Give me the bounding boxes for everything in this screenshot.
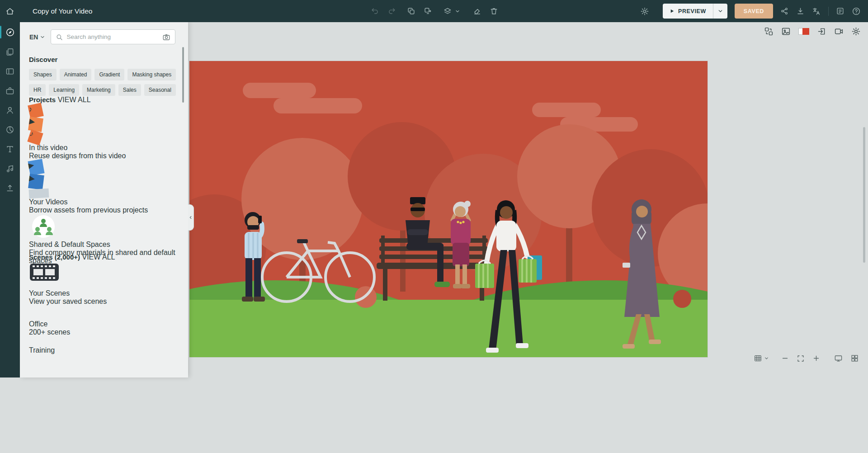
grid-table-icon [754,354,762,363]
panel-search-row: EN [20,22,188,44]
tag-chip[interactable]: Gradient [94,69,124,80]
topbar-edit-tools [371,0,498,22]
grid-view-icon[interactable] [850,354,859,363]
zoom-out-icon[interactable] [781,354,789,362]
card-your-videos[interactable]: ▶ ▶ Your Videos Borrow assets from previ… [29,160,177,214]
share-icon[interactable] [780,7,789,15]
audio-icon[interactable] [5,164,14,173]
card-title: Office [29,320,177,328]
scenes-view-all-link[interactable]: VIEW ALL [82,253,115,261]
gear-icon[interactable] [640,7,649,16]
card-title: Training [29,346,177,354]
preview-button[interactable]: PREVIEW [663,4,713,19]
zoom-in-icon[interactable] [812,354,820,362]
saved-button[interactable]: SAVED [735,4,773,19]
card-your-scenes[interactable]: Your Scenes View your saved scenes [29,261,177,300]
scenes-icon[interactable] [5,67,14,76]
card-title: Your Scenes [29,289,177,297]
topbar-right-actions: PREVIEW SAVED [640,4,868,19]
scenes-count: (2,000+) [55,253,80,261]
scenes-heading: Scenes (2,000+) [29,253,80,261]
projects-view-all-link[interactable]: VIEW ALL [58,96,91,104]
character-icon[interactable] [5,106,14,115]
templates-icon[interactable] [5,47,14,57]
redo-icon[interactable] [387,7,396,15]
tag-chip[interactable]: Learning [49,84,79,96]
your-scenes-art [29,261,177,285]
color-swatch[interactable] [798,28,809,36]
in-this-video-art: ♪ ▶ ♪ [29,104,177,144]
card-title: Shared & Default Spaces [29,241,177,249]
text-icon[interactable] [5,145,14,154]
team-icon [29,214,58,239]
chevron-down-icon [40,34,45,40]
tag-chip[interactable]: Marketing [82,84,115,96]
home-button[interactable] [0,7,20,16]
translate-icon[interactable] [812,7,821,16]
tag-chip[interactable]: Sales [118,84,141,96]
language-selector[interactable]: EN [29,33,45,41]
chevron-down-icon [764,356,769,361]
magic-eraser-icon[interactable] [473,7,481,15]
play-icon [670,9,675,14]
undo-icon[interactable] [371,7,379,15]
panel-collapse-button[interactable] [188,204,194,231]
card-subtitle: Borrow assets from previous projects [29,206,177,214]
workspace-vertical-scrollbar[interactable] [863,127,865,263]
canvas-toolbar [764,27,861,36]
language-label: EN [29,33,38,41]
tag-chip[interactable]: Animated [60,69,92,80]
card-in-this-video[interactable]: ♪ ▶ ♪ In this video Reuse designs from t… [29,104,177,160]
download-icon[interactable] [796,7,805,15]
tag-chip[interactable]: HR [29,84,46,96]
discover-compass-icon[interactable] [5,28,15,37]
chevron-left-icon [189,215,193,220]
shared-spaces-art [29,214,177,241]
card-subtitle: 200+ scenes [29,328,177,336]
canvas-view-controls [754,354,859,363]
screen-view-icon[interactable] [834,354,843,363]
home-icon [5,7,14,16]
discover-section: Discover Shapes Animated Gradient Maskin… [20,56,188,354]
image-icon[interactable] [781,27,791,36]
discover-heading: Discover [29,56,177,63]
chart-icon[interactable] [5,125,14,134]
panel-scrollbar[interactable] [182,47,184,103]
tag-chip[interactable]: Shapes [29,69,57,80]
park-scene-illustration [189,61,708,357]
filmstrip-icon [29,261,60,283]
grid-toggle-group[interactable] [754,354,769,363]
tag-chip[interactable]: Seasonal [144,84,176,96]
props-icon[interactable] [5,86,14,95]
help-icon[interactable] [852,7,861,16]
card-shared-spaces[interactable]: Shared & Default Spaces Find company mat… [29,214,177,253]
layers-chevron-down-icon[interactable] [455,9,460,14]
card-training-scenes[interactable]: Training [29,346,177,354]
topbar-divider [828,7,829,16]
tag-chip[interactable]: Masking shapes [127,69,176,80]
card-title: In this video [29,144,177,152]
search-input[interactable] [66,33,159,40]
fit-frame-icon[interactable] [797,354,805,363]
card-title: Your Videos [29,198,177,206]
camera-search-icon[interactable] [162,33,170,41]
left-toolbar-rail [0,22,20,378]
trash-icon[interactable] [490,7,498,15]
copy-icon[interactable] [407,7,415,15]
canvas-gear-icon[interactable] [851,27,861,36]
replace-icon[interactable] [764,27,774,36]
upload-icon[interactable] [5,184,14,193]
document-title: Copy of Your Video [33,7,92,15]
video-camera-icon[interactable] [834,27,844,36]
preview-options-button[interactable] [713,4,727,19]
preview-label: PREVIEW [678,8,706,14]
card-office-scenes[interactable]: Office 200+ scenes [29,300,177,340]
notes-icon[interactable] [836,7,844,15]
enter-frame-icon[interactable] [817,27,826,36]
paste-style-icon[interactable] [424,7,432,15]
layers-icon[interactable] [443,7,452,16]
card-subtitle: Reuse designs from this video [29,152,177,160]
discover-tags: Shapes Animated Gradient Masking shapes … [29,69,177,96]
video-canvas[interactable] [189,61,708,357]
preview-split-button: PREVIEW [663,4,727,19]
